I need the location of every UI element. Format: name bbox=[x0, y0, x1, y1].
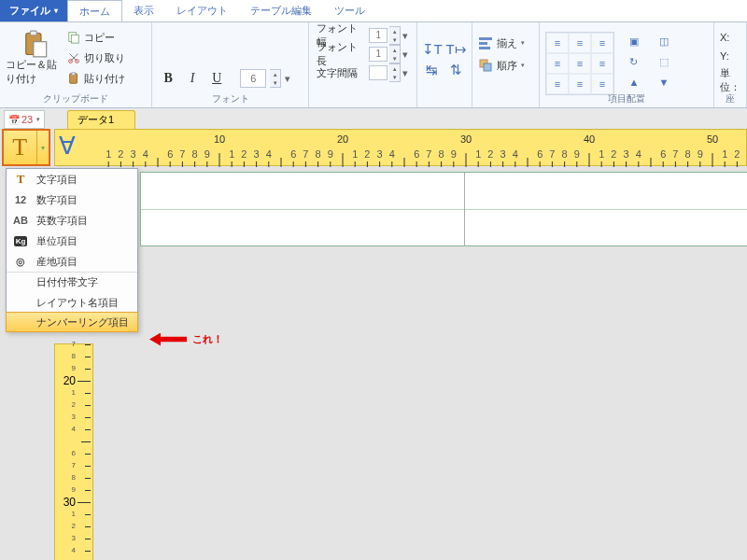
scissors-icon bbox=[67, 51, 80, 64]
underline-button[interactable]: U bbox=[206, 69, 227, 88]
svg-text:8: 8 bbox=[192, 148, 198, 160]
size-button[interactable]: ⬚ bbox=[654, 52, 674, 71]
align-icon bbox=[478, 35, 493, 50]
dropdown-item-3[interactable]: Kg単位項目 bbox=[7, 231, 137, 251]
dropdown-item-label: ナンバーリング項目 bbox=[36, 315, 129, 329]
text-tool-dropdown-arrow[interactable]: ▾ bbox=[36, 131, 49, 164]
coord-y-label: Y: bbox=[720, 50, 729, 62]
label-canvas[interactable] bbox=[140, 172, 747, 246]
tab-view[interactable]: 表示 bbox=[122, 0, 165, 21]
svg-text:6: 6 bbox=[537, 148, 543, 160]
flip-button[interactable]: ▲ bbox=[624, 73, 644, 91]
tab-home[interactable]: ホーム bbox=[67, 0, 122, 21]
group-itemalign: ≡≡≡ ≡≡≡ ≡≡≡ ▣ ↻ ▲ ◫ ⬚ ▼ 項目配置 bbox=[540, 22, 714, 107]
text-tool-icon: T bbox=[4, 133, 36, 161]
canvas-vline bbox=[464, 173, 465, 245]
align-bc[interactable]: ≡ bbox=[569, 74, 591, 94]
align-tc[interactable]: ≡ bbox=[569, 33, 591, 53]
align-ml[interactable]: ≡ bbox=[546, 53, 569, 74]
vert-text-button[interactable]: T↦ bbox=[447, 40, 466, 59]
font-height-input[interactable]: 1 bbox=[369, 47, 388, 62]
paste-label: コピー＆貼り付け bbox=[6, 58, 63, 86]
cut-button[interactable]: 切り取り bbox=[63, 49, 129, 67]
group-clipboard: コピー＆貼り付け コピー 切り取り 貼り付け クリップボード bbox=[0, 22, 152, 107]
text-tool-button[interactable]: T ▾ bbox=[2, 129, 50, 166]
svg-rect-8 bbox=[72, 73, 76, 76]
svg-rect-1 bbox=[30, 31, 36, 35]
svg-text:3: 3 bbox=[377, 148, 383, 160]
lock-button[interactable]: ▼ bbox=[654, 73, 674, 91]
dropdown-item-6[interactable]: レイアウト名項目 bbox=[7, 292, 137, 313]
horiz-text-button[interactable]: ↧T bbox=[423, 40, 442, 59]
document-tab-1[interactable]: データ1 bbox=[67, 110, 135, 129]
svg-text:7: 7 bbox=[179, 148, 185, 160]
align-mc[interactable]: ≡ bbox=[569, 53, 591, 74]
svg-text:7: 7 bbox=[549, 148, 555, 160]
cut-label: 切り取り bbox=[84, 51, 125, 65]
dropdown-item-7[interactable]: ナンバーリング項目 bbox=[6, 312, 138, 332]
align-tl[interactable]: ≡ bbox=[546, 33, 569, 53]
align-br[interactable]: ≡ bbox=[591, 74, 613, 94]
tab-tool[interactable]: ツール bbox=[323, 0, 376, 21]
char-spacing-label: 文字間隔 bbox=[317, 66, 367, 80]
coord-x-label: X: bbox=[720, 32, 729, 43]
dir-a-button[interactable]: ↹ bbox=[423, 61, 442, 79]
tab-table[interactable]: テーブル編集 bbox=[239, 0, 323, 21]
svg-text:1: 1 bbox=[599, 148, 604, 160]
svg-text:4: 4 bbox=[636, 148, 641, 160]
order-menu[interactable]: 順序▾ bbox=[478, 54, 533, 77]
align-menu[interactable]: 揃え▾ bbox=[478, 32, 533, 54]
svg-text:20: 20 bbox=[337, 133, 348, 145]
paste2-label: 貼り付け bbox=[84, 72, 125, 86]
group-button-1[interactable]: ▣ bbox=[624, 32, 644, 50]
tab-layout[interactable]: レイアウト bbox=[165, 0, 239, 21]
dropdown-item-2[interactable]: AB英数字項目 bbox=[7, 210, 137, 231]
svg-text:9: 9 bbox=[328, 148, 333, 160]
char-spacing-input[interactable] bbox=[369, 65, 388, 80]
group-button-2[interactable]: ◫ bbox=[654, 32, 674, 50]
dropdown-item-icon: 12 bbox=[12, 192, 29, 207]
tab-file[interactable]: ファイル bbox=[0, 0, 67, 21]
dir-b-button[interactable]: ⇅ bbox=[447, 61, 466, 79]
dropdown-item-icon bbox=[12, 275, 29, 290]
align-mr[interactable]: ≡ bbox=[591, 53, 613, 74]
svg-text:4: 4 bbox=[513, 148, 518, 160]
dropdown-item-label: レイアウト名項目 bbox=[36, 296, 119, 310]
font-width-input[interactable]: 1 bbox=[369, 28, 388, 43]
rotate-button[interactable]: ↻ bbox=[624, 52, 644, 71]
dropdown-item-label: 日付付帯文字 bbox=[36, 275, 98, 289]
text-tool-dropdown: T文字項目12数字項目AB英数字項目Kg単位項目◎産地項目日付付帯文字レイアウト… bbox=[6, 168, 138, 332]
svg-text:4: 4 bbox=[143, 148, 148, 160]
svg-text:8: 8 bbox=[685, 148, 691, 160]
align-bl[interactable]: ≡ bbox=[546, 74, 569, 94]
group-arrange: 揃え▾ 順序▾ bbox=[472, 22, 540, 107]
svg-text:1: 1 bbox=[352, 148, 358, 160]
group-coord: X: Y: 単位： 座 bbox=[714, 22, 747, 107]
svg-text:4: 4 bbox=[389, 148, 395, 160]
dropdown-item-1[interactable]: 12数字項目 bbox=[7, 189, 137, 210]
italic-button[interactable]: I bbox=[182, 69, 203, 88]
date-picker-button[interactable]: 📅23 bbox=[4, 110, 45, 129]
bold-button[interactable]: B bbox=[158, 69, 178, 88]
paste-small-button[interactable]: 貼り付け bbox=[63, 69, 129, 88]
svg-text:8: 8 bbox=[439, 148, 444, 160]
font-size-spinner[interactable]: ▲▼ bbox=[270, 69, 281, 88]
group-fontprops: フォント幅1▲▼▾ フォント長1▲▼▾ 文字間隔▲▼▾ bbox=[309, 22, 416, 107]
svg-text:50: 50 bbox=[707, 133, 718, 145]
char-spacing-spinner[interactable]: ▲▼ bbox=[389, 63, 401, 82]
font-width-spinner[interactable]: ▲▼ bbox=[389, 26, 401, 45]
font-height-spinner[interactable]: ▲▼ bbox=[389, 45, 401, 63]
svg-text:6: 6 bbox=[660, 148, 666, 160]
font-size-input[interactable]: 6 bbox=[240, 69, 266, 88]
paste-button[interactable]: コピー＆貼り付け bbox=[6, 26, 63, 88]
dropdown-item-label: 英数字項目 bbox=[36, 214, 88, 228]
dropdown-item-label: 産地項目 bbox=[36, 255, 78, 269]
copy-button[interactable]: コピー bbox=[63, 28, 129, 47]
forall-icon: ∀ bbox=[59, 132, 76, 161]
group-textdir: ↧T T↦ ↹ ⇅ bbox=[417, 22, 472, 107]
align-tr[interactable]: ≡ bbox=[591, 33, 613, 53]
dropdown-item-0[interactable]: T文字項目 bbox=[7, 169, 137, 189]
svg-text:6: 6 bbox=[290, 148, 296, 160]
dropdown-item-5[interactable]: 日付付帯文字 bbox=[7, 272, 137, 292]
dropdown-item-4[interactable]: ◎産地項目 bbox=[7, 251, 137, 272]
